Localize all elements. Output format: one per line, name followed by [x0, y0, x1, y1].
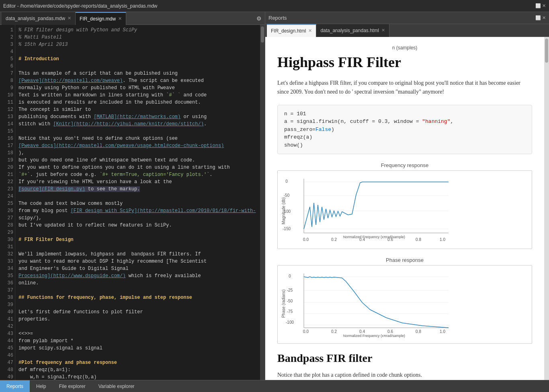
editor-tab-fir-design[interactable]: FIR_design.mdw ✕: [76, 12, 126, 25]
chart2-container: 0 -25 -50 -75 -100 Phase (radians) 0.0 0…: [277, 265, 532, 344]
main-layout: data_analysis_pandas.mdw ✕ FIR_design.md…: [0, 12, 549, 380]
editor-window-title: Editor - /home/rlaverde/code/spyder-repo…: [3, 3, 535, 9]
svg-text:1.0: 1.0: [440, 237, 445, 242]
svg-text:Normalized Frequency (xπrad/sa: Normalized Frequency (xπrad/sample): [343, 334, 405, 338]
report-p2: Notice that the plot has a caption defin…: [277, 371, 532, 380]
editor-tab-close-1[interactable]: ✕: [68, 16, 71, 21]
chart-phase-response: Phase response 0 -25 -50 -75 -100 Phase …: [277, 257, 532, 344]
svg-text:0.4: 0.4: [359, 329, 365, 334]
svg-text:0.6: 0.6: [387, 329, 393, 334]
svg-text:1.0: 1.0: [440, 329, 445, 334]
reports-tab-close-1[interactable]: ✕: [308, 28, 312, 33]
top-bar: Editor - /home/rlaverde/code/spyder-repo…: [0, 0, 549, 12]
reports-tab-label-2: data_analysis_pandas.html: [320, 28, 379, 33]
chart2-title: Phase response: [277, 257, 532, 263]
scroll-label: n (samples): [277, 45, 532, 51]
chart2-svg: 0 -25 -50 -75 -100 Phase (radians) 0.0 0…: [282, 270, 455, 338]
editor-scrollbar[interactable]: [260, 25, 265, 380]
code-text[interactable]: % FIR filter design with Python and SciP…: [15, 25, 260, 380]
editor-tab-label-1: data_analysis_pandas.mdw: [6, 16, 65, 21]
svg-text:0.2: 0.2: [331, 329, 337, 334]
svg-text:-50: -50: [287, 299, 293, 303]
report-h2-bandpass: Bandpass FIR filter: [277, 352, 532, 365]
reports-tab-close-2[interactable]: ✕: [381, 28, 385, 33]
editor-scrollbar-thumb[interactable]: [261, 27, 264, 43]
tab-reports[interactable]: Reports: [0, 380, 30, 392]
editor-tab-close-2[interactable]: ✕: [118, 16, 122, 21]
chart1-title: Frequency response: [277, 162, 532, 168]
svg-text:-25: -25: [287, 288, 293, 292]
svg-text:0: 0: [289, 274, 291, 278]
reports-window-title: Reports: [268, 15, 535, 21]
reports-content[interactable]: n (samples) Highpass FIR Filter Let's de…: [265, 37, 544, 380]
tab-help[interactable]: Help: [30, 380, 53, 392]
svg-text:0.0: 0.0: [303, 237, 309, 242]
reports-tab-bar: FIR_design.html ✕ data_analysis_pandas.h…: [265, 24, 549, 37]
settings-icon[interactable]: ⚙: [255, 14, 263, 23]
reports-scrollbar-thumb[interactable]: [545, 39, 548, 63]
svg-text:Magnitude (db): Magnitude (db): [282, 198, 286, 225]
svg-text:Normalized Frequency (xπrad/sa: Normalized Frequency (xπrad/sample): [343, 235, 405, 239]
reports-tab-fir-design[interactable]: FIR_design.html ✕: [267, 24, 316, 37]
svg-text:0.8: 0.8: [416, 237, 421, 242]
svg-text:-150: -150: [283, 227, 291, 231]
report-p1: Let's define a highpass FIR filter, if y…: [277, 79, 532, 97]
svg-text:0.2: 0.2: [331, 237, 337, 242]
tab-file-explorer[interactable]: File explorer: [53, 380, 92, 392]
svg-text:-50: -50: [284, 193, 290, 198]
svg-text:-75: -75: [287, 309, 293, 314]
code-block-1: n = 101 a = signal.firwin(n, cutoff = 0.…: [277, 105, 532, 155]
svg-text:-100: -100: [286, 320, 294, 325]
report-h1-highpass: Highpass FIR Filter: [277, 54, 532, 71]
editor-tab-bar: data_analysis_pandas.mdw ✕ FIR_design.md…: [0, 12, 265, 25]
reports-scrollbar[interactable]: [544, 37, 549, 380]
editor-tab-label-2: FIR_design.mdw: [80, 16, 116, 22]
chart-frequency-response: Frequency response 0 -50 -100 -150 Magni…: [277, 162, 532, 249]
svg-text:0.0: 0.0: [303, 329, 309, 334]
chart1-svg: 0 -50 -100 -150 Magnitude (db) 0.0 0.2 0…: [282, 175, 455, 243]
svg-text:0.8: 0.8: [416, 329, 421, 334]
editor-window-controls: ⬜ ✕: [535, 3, 546, 8]
reports-tab-label-1: FIR_design.html: [271, 28, 306, 34]
bottom-tab-bar: Reports Help File explorer Variable expl…: [0, 380, 549, 392]
line-numbers: 12345678910 11121314151617181920 2122232…: [0, 25, 15, 380]
chart1-container: 0 -50 -100 -150 Magnitude (db) 0.0 0.2 0…: [277, 170, 532, 249]
editor-panel: data_analysis_pandas.mdw ✕ FIR_design.md…: [0, 12, 265, 380]
reports-content-wrapper: n (samples) Highpass FIR Filter Let's de…: [265, 37, 549, 380]
code-editor-area: 12345678910 11121314151617181920 2122232…: [0, 25, 265, 380]
reports-tab-data-analysis[interactable]: data_analysis_pandas.html ✕: [316, 24, 389, 37]
tab-variable-explorer[interactable]: Variable explorer: [92, 380, 141, 392]
reports-window-controls: ⬜ ✕: [535, 15, 546, 20]
reports-header-bar: Reports ⬜ ✕: [265, 12, 549, 24]
svg-text:Phase (radians): Phase (radians): [282, 290, 286, 318]
reports-panel: Reports ⬜ ✕ FIR_design.html ✕ data_analy…: [265, 12, 549, 380]
svg-text:0: 0: [285, 179, 288, 184]
editor-tab-data-analysis[interactable]: data_analysis_pandas.mdw ✕: [2, 12, 76, 25]
